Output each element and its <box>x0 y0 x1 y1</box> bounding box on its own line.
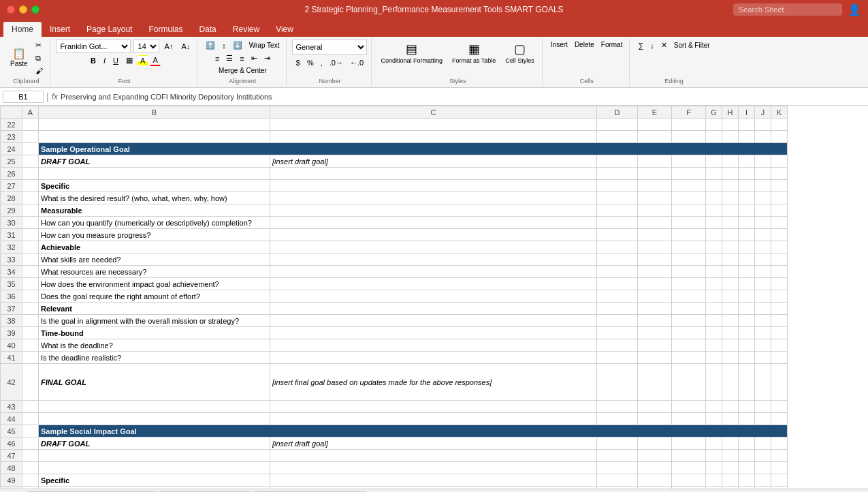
cell-extra[interactable] <box>638 204 672 217</box>
cell-a[interactable] <box>22 437 39 450</box>
col-header-a[interactable]: A <box>22 106 39 119</box>
cell-extra[interactable] <box>771 450 788 462</box>
cell-extra[interactable] <box>672 131 706 143</box>
cell-extra[interactable] <box>597 266 638 278</box>
cell-a[interactable] <box>22 119 39 131</box>
cell-extra[interactable] <box>638 364 672 401</box>
cell-extra[interactable] <box>739 131 755 143</box>
cell-extra[interactable] <box>739 437 755 450</box>
cell-c[interactable] <box>270 462 597 474</box>
cell-c[interactable] <box>270 278 597 290</box>
cell-reference-input[interactable] <box>3 91 44 103</box>
percent-button[interactable]: % <box>304 57 317 68</box>
cell-extra[interactable] <box>722 229 739 241</box>
copy-button[interactable]: ⧉ <box>33 52 46 64</box>
cell-b[interactable] <box>39 131 270 143</box>
cell-extra[interactable] <box>739 253 755 266</box>
align-top-button[interactable]: ⬆️ <box>203 40 218 51</box>
cell-extra[interactable] <box>755 229 771 241</box>
cell-extra[interactable] <box>722 462 739 474</box>
cell-a[interactable] <box>22 303 39 315</box>
underline-button[interactable]: U <box>110 55 121 66</box>
cell-extra[interactable] <box>638 327 672 339</box>
cell-extra[interactable] <box>597 155 638 168</box>
tab-page-layout[interactable]: Page Layout <box>78 22 140 37</box>
cell-extra[interactable] <box>672 180 706 192</box>
cell-extra[interactable] <box>755 364 771 401</box>
cell-a[interactable] <box>22 217 39 229</box>
cell-extra[interactable] <box>771 192 788 204</box>
cell-extra[interactable] <box>755 450 771 462</box>
cell-extra[interactable] <box>638 241 672 253</box>
cell-extra[interactable] <box>672 474 706 487</box>
cell-c[interactable] <box>270 474 597 487</box>
increase-decimal-button[interactable]: .0→ <box>327 57 346 68</box>
cell-extra[interactable] <box>739 155 755 168</box>
cell-a[interactable] <box>22 450 39 462</box>
cell-c[interactable] <box>270 352 597 364</box>
cell-extra[interactable] <box>755 290 771 303</box>
cell-extra[interactable] <box>672 253 706 266</box>
cell-c[interactable] <box>270 192 597 204</box>
col-header-j[interactable]: J <box>755 106 771 119</box>
col-header-e[interactable]: E <box>638 106 672 119</box>
cell-extra[interactable] <box>739 290 755 303</box>
cell-c[interactable] <box>270 303 597 315</box>
cell-extra[interactable] <box>771 278 788 290</box>
cell-extra[interactable] <box>706 437 722 450</box>
cell-extra[interactable] <box>672 327 706 339</box>
cell-extra[interactable] <box>672 339 706 352</box>
cell-c[interactable] <box>270 131 597 143</box>
cell-extra[interactable] <box>771 131 788 143</box>
cell-b[interactable] <box>39 168 270 180</box>
cell-b[interactable]: FINAL GOAL <box>39 364 270 401</box>
section-header-cell[interactable]: Sample Social Impact Goal <box>39 425 788 437</box>
cell-b[interactable]: Measurable <box>39 204 270 217</box>
cell-c[interactable]: [insert draft goal] <box>270 437 597 450</box>
cell-extra[interactable] <box>755 131 771 143</box>
cell-extra[interactable] <box>739 204 755 217</box>
cell-extra[interactable] <box>771 413 788 425</box>
cell-extra[interactable] <box>597 131 638 143</box>
cell-extra[interactable] <box>597 327 638 339</box>
cell-c[interactable] <box>270 266 597 278</box>
cell-extra[interactable] <box>755 204 771 217</box>
decrease-decimal-button[interactable]: ←.0 <box>347 57 366 68</box>
cell-b[interactable]: Is the goal in alignment with the overal… <box>39 315 270 327</box>
cell-extra[interactable] <box>706 278 722 290</box>
bold-button[interactable]: B <box>88 55 99 66</box>
cell-c[interactable] <box>270 241 597 253</box>
cell-extra[interactable] <box>597 192 638 204</box>
cell-extra[interactable] <box>706 339 722 352</box>
cell-extra[interactable] <box>597 278 638 290</box>
cell-extra[interactable] <box>706 131 722 143</box>
cell-extra[interactable] <box>597 168 638 180</box>
cell-extra[interactable] <box>755 180 771 192</box>
cell-extra[interactable] <box>597 204 638 217</box>
cell-a[interactable] <box>22 180 39 192</box>
cell-extra[interactable] <box>771 437 788 450</box>
col-header-b[interactable]: B <box>39 106 270 119</box>
cell-extra[interactable] <box>771 290 788 303</box>
delete-button[interactable]: Delete <box>572 40 597 50</box>
cell-extra[interactable] <box>755 217 771 229</box>
cell-extra[interactable] <box>706 450 722 462</box>
cell-extra[interactable] <box>597 339 638 352</box>
cell-extra[interactable] <box>739 315 755 327</box>
cell-c[interactable] <box>270 327 597 339</box>
cell-extra[interactable] <box>755 303 771 315</box>
col-header-g[interactable]: G <box>706 106 722 119</box>
cell-extra[interactable] <box>739 168 755 180</box>
cell-extra[interactable] <box>771 352 788 364</box>
sheet-grid[interactable]: A B C D E F G H I J K 222324Sample Opera… <box>0 106 868 489</box>
cell-extra[interactable] <box>597 462 638 474</box>
minimize-button[interactable] <box>19 5 27 14</box>
cell-extra[interactable] <box>771 168 788 180</box>
cell-extra[interactable] <box>638 180 672 192</box>
cell-extra[interactable] <box>739 278 755 290</box>
cell-extra[interactable] <box>597 450 638 462</box>
cell-extra[interactable] <box>672 241 706 253</box>
cell-extra[interactable] <box>638 229 672 241</box>
cell-b[interactable]: DRAFT GOAL <box>39 437 270 450</box>
cell-extra[interactable] <box>755 437 771 450</box>
